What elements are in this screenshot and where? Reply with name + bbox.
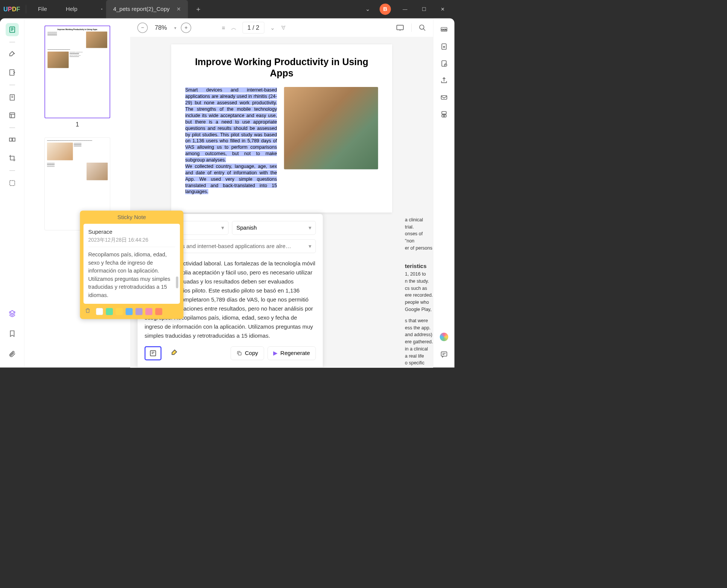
share-icon[interactable] — [440, 77, 448, 84]
titlebar: UPDF File Help • 4_pets report(2)_Copy ✕… — [0, 0, 455, 18]
svg-text:OCR: OCR — [441, 28, 447, 31]
print-icon[interactable] — [440, 111, 448, 118]
menu-file[interactable]: File — [29, 6, 56, 13]
reader-tool[interactable] — [6, 23, 19, 36]
svg-rect-16 — [441, 96, 447, 99]
separator — [26, 5, 26, 14]
rail-separator — [9, 128, 15, 128]
document-image — [284, 87, 378, 169]
color-orange[interactable] — [155, 308, 163, 315]
menu-help[interactable]: Help — [56, 6, 87, 13]
maximize-button[interactable]: ☐ — [419, 6, 429, 12]
watermark-tool[interactable] — [6, 177, 19, 190]
svg-rect-1 — [10, 70, 14, 75]
copy-icon — [236, 350, 242, 356]
partial-text: a clinical trial. onses of "non er of pe… — [405, 216, 433, 368]
svg-rect-10 — [238, 352, 241, 355]
copy-button[interactable]: Copy — [231, 346, 264, 360]
target-language-select[interactable]: Spanish ▾ — [232, 221, 316, 235]
convert-icon[interactable] — [440, 43, 448, 50]
zoom-in-button[interactable]: + — [181, 23, 192, 33]
crop-tool[interactable] — [6, 152, 19, 165]
chevron-down-icon: ▾ — [309, 243, 312, 250]
svg-rect-5 — [12, 138, 15, 141]
page-indicator[interactable]: 1 / 2 — [242, 22, 264, 34]
highlight-tool[interactable] — [6, 48, 19, 61]
bookmark-button[interactable] — [6, 327, 19, 340]
svg-rect-3 — [10, 113, 15, 118]
zoom-dropdown-icon[interactable]: ▾ — [174, 25, 176, 30]
sticky-note-button[interactable] — [144, 346, 161, 360]
minimize-button[interactable]: — — [400, 6, 410, 12]
email-icon[interactable] — [440, 94, 448, 101]
svg-rect-7 — [397, 25, 403, 29]
regenerate-button[interactable]: ▶ Regenerate — [268, 346, 316, 360]
document-tab[interactable]: 4_pets report(2)_Copy ✕ — [106, 0, 188, 18]
ocr-icon[interactable]: OCR — [440, 26, 448, 34]
tab-modified-indicator: • — [101, 6, 102, 12]
zoom-value: 78% — [155, 24, 167, 31]
color-white[interactable] — [96, 308, 103, 315]
edit-text-tool[interactable] — [6, 66, 19, 79]
right-tool-rail: OCR — [433, 18, 454, 368]
attachment-button[interactable] — [6, 347, 19, 361]
sticky-content[interactable]: Recopilamos país, idioma, edad, sexo y f… — [88, 250, 175, 299]
rail-separator — [9, 171, 15, 171]
zoom-out-button[interactable]: − — [137, 23, 148, 33]
thumbnail-page-1[interactable]: Improve Working Productivity in Using Ap… — [44, 26, 110, 119]
search-icon[interactable] — [419, 24, 426, 31]
sticky-scrollbar[interactable] — [176, 276, 178, 288]
delete-sticky-icon[interactable] — [85, 308, 91, 315]
svg-rect-6 — [10, 181, 15, 186]
thumbnail-page-number: 1 — [32, 121, 123, 128]
pdf-page: Improve Working Productivity in Using Ap… — [171, 44, 392, 213]
protect-icon[interactable] — [440, 60, 448, 67]
chevron-down-icon[interactable]: ⌄ — [365, 6, 370, 13]
highlighted-text-1[interactable]: Smart devices and internet-based applica… — [186, 87, 277, 162]
last-page-icon[interactable]: ⩔ — [281, 24, 286, 31]
prev-page-icon[interactable]: ︿ — [231, 24, 237, 31]
chevron-down-icon: ▾ — [221, 225, 224, 232]
rail-separator — [9, 42, 15, 42]
sticky-note-title: Sticky Note — [80, 210, 184, 224]
sticky-author: Superace — [88, 228, 175, 235]
user-avatar[interactable]: B — [380, 3, 391, 15]
left-tool-rail — [0, 18, 24, 368]
color-green[interactable] — [106, 308, 113, 315]
app-logo: UPDF — [0, 6, 24, 13]
svg-rect-4 — [9, 138, 12, 141]
rail-separator — [9, 85, 15, 85]
color-pink[interactable] — [145, 308, 152, 315]
presentation-icon[interactable] — [396, 24, 405, 31]
svg-point-8 — [420, 25, 424, 29]
color-yellow[interactable] — [116, 308, 123, 315]
sticky-timestamp: 2023年12月28日 16:44:26 — [88, 236, 175, 247]
add-tab-button[interactable]: ＋ — [188, 5, 208, 14]
next-page-icon[interactable]: ⌄ — [270, 24, 275, 31]
layers-button[interactable] — [6, 307, 19, 320]
highlight-button[interactable] — [166, 346, 183, 360]
highlighted-text-2[interactable]: We collected country, language, age, sex… — [186, 163, 277, 194]
color-purple[interactable] — [135, 308, 143, 315]
color-blue[interactable] — [126, 308, 133, 315]
sticky-note-popup[interactable]: Sticky Note Superace 2023年12月28日 16:44:2… — [80, 210, 184, 319]
play-icon: ▶ — [274, 350, 278, 356]
svg-rect-20 — [441, 352, 447, 356]
comment-icon[interactable] — [440, 350, 448, 358]
organize-tool[interactable] — [6, 134, 19, 147]
ai-assistant-icon[interactable] — [440, 333, 448, 341]
close-button[interactable]: ✕ — [438, 6, 447, 12]
close-tab-icon[interactable]: ✕ — [176, 6, 181, 12]
prev-page-double-icon[interactable]: ≡ — [222, 24, 225, 31]
page-tool[interactable] — [6, 91, 19, 104]
page-title: Improve Working Productivity in Using Ap… — [186, 56, 379, 79]
chevron-down-icon: ▾ — [309, 225, 312, 232]
top-toolbar: − 78% ▾ + ≡ ︿ 1 / 2 ⌄ ⩔ — [130, 18, 433, 37]
svg-rect-17 — [442, 111, 446, 114]
svg-point-19 — [443, 115, 444, 116]
tab-title: 4_pets report(2)_Copy — [113, 6, 170, 13]
form-tool[interactable] — [6, 109, 19, 122]
